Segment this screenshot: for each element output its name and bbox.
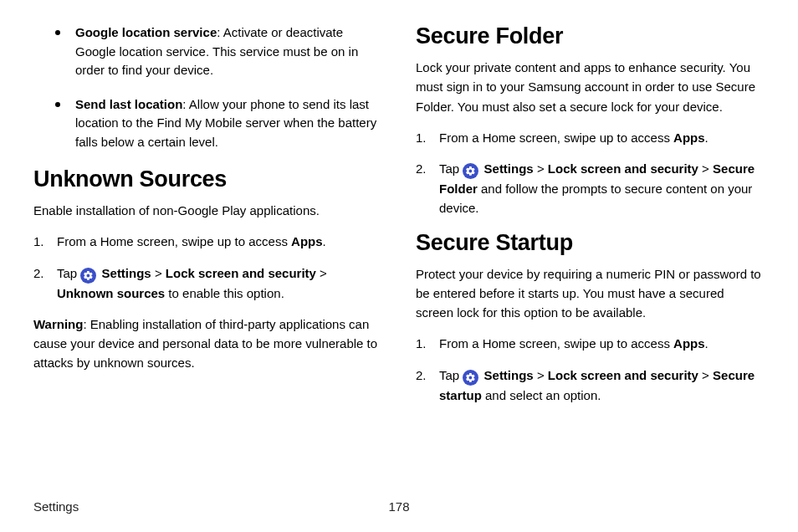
unknown-sources-intro: Enable installation of non-Google Play a…: [33, 201, 382, 220]
heading-secure-folder: Secure Folder: [416, 23, 765, 49]
bullet-bold: Send last location: [75, 97, 182, 111]
settings-icon: [463, 163, 478, 179]
left-column: Google location service: Activate or dea…: [33, 23, 382, 417]
step-item: 2. Tap Settings > Lock screen and securi…: [416, 159, 765, 218]
secure-startup-intro: Protect your device by requiring a numer…: [416, 264, 765, 323]
warning-text: Warning: Enabling installation of third-…: [33, 315, 382, 373]
step-number: 1.: [416, 128, 439, 147]
step-item: 1. From a Home screen, swipe up to acces…: [416, 334, 765, 353]
step-item: 1. From a Home screen, swipe up to acces…: [416, 128, 765, 147]
right-column: Secure Folder Lock your private content …: [416, 23, 765, 417]
step-number: 1.: [33, 232, 57, 251]
step-text: From a Home screen, swipe up to access A…: [57, 232, 326, 251]
bullet-item: Send last location: Allow your phone to …: [33, 95, 382, 152]
step-item: 2. Tap Settings > Lock screen and securi…: [416, 366, 765, 405]
step-text: Tap Settings > Lock screen and security …: [57, 263, 382, 303]
step-text: Tap Settings > Lock screen and security …: [439, 159, 765, 218]
step-number: 2.: [33, 263, 57, 303]
bullet-text: Google location service: Activate or dea…: [75, 23, 382, 80]
step-item: 2. Tap Settings > Lock screen and securi…: [33, 263, 382, 303]
bullet-icon: [55, 30, 60, 35]
heading-secure-startup: Secure Startup: [416, 230, 765, 256]
settings-icon: [80, 268, 96, 284]
step-number: 1.: [416, 334, 439, 353]
page-number: 178: [388, 499, 409, 514]
footer-section: Settings: [33, 499, 79, 514]
settings-icon: [463, 370, 478, 386]
bullet-item: Google location service: Activate or dea…: [33, 23, 382, 80]
heading-unknown-sources: Unknown Sources: [33, 166, 382, 192]
step-text: From a Home screen, swipe up to access A…: [439, 128, 708, 147]
bullet-text: Send last location: Allow your phone to …: [75, 95, 382, 152]
step-text: From a Home screen, swipe up to access A…: [439, 334, 708, 353]
step-item: 1. From a Home screen, swipe up to acces…: [33, 232, 382, 251]
step-number: 2.: [416, 159, 439, 218]
page-footer: Settings 178: [33, 499, 765, 514]
secure-folder-intro: Lock your private content and apps to en…: [416, 58, 765, 116]
step-text: Tap Settings > Lock screen and security …: [439, 366, 765, 405]
bullet-bold: Google location service: [75, 25, 217, 39]
page-body: Google location service: Activate or dea…: [0, 0, 798, 417]
step-number: 2.: [416, 366, 439, 405]
bullet-icon: [55, 102, 60, 107]
